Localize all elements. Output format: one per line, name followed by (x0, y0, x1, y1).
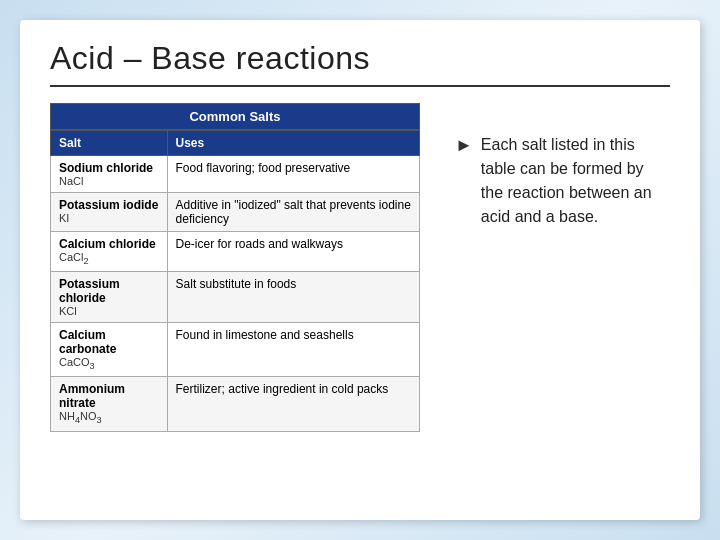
salt-formula: NaCl (59, 175, 159, 187)
bullet-icon: ► (455, 135, 473, 156)
salt-formula: NH4NO3 (59, 410, 159, 425)
salt-name: Ammonium nitrate (59, 382, 159, 410)
salt-name-cell: Potassium iodideKI (51, 193, 168, 232)
salt-formula: CaCO3 (59, 356, 159, 371)
salt-name-cell: Calcium carbonateCaCO3 (51, 323, 168, 377)
table-container: Common Salts Salt Uses Sodium chlorideNa… (50, 103, 420, 432)
salt-name: Potassium iodide (59, 198, 159, 212)
table-main-header: Common Salts (50, 103, 420, 130)
description-text: Each salt listed in this table can be fo… (481, 133, 655, 229)
table-row: Potassium chlorideKClSalt substitute in … (51, 272, 420, 323)
salt-name-cell: Ammonium nitrateNH4NO3 (51, 377, 168, 431)
salt-name: Potassium chloride (59, 277, 159, 305)
salt-table: Salt Uses Sodium chlorideNaClFood flavor… (50, 130, 420, 432)
col-header-salt: Salt (51, 131, 168, 156)
salt-name: Sodium chloride (59, 161, 159, 175)
salt-uses-cell: Found in limestone and seashells (167, 323, 419, 377)
salt-formula: KI (59, 212, 159, 224)
content-area: Common Salts Salt Uses Sodium chlorideNa… (50, 103, 670, 432)
salt-uses-cell: Food flavoring; food preservative (167, 156, 419, 193)
title-section: Acid – Base reactions (50, 40, 670, 87)
salt-uses-cell: Fertilizer; active ingredient in cold pa… (167, 377, 419, 431)
description-box: ► Each salt listed in this table can be … (440, 123, 670, 239)
slide-title: Acid – Base reactions (50, 40, 670, 77)
table-row: Calcium chlorideCaCl2De-icer for roads a… (51, 232, 420, 272)
col-header-uses: Uses (167, 131, 419, 156)
salt-name-cell: Potassium chlorideKCl (51, 272, 168, 323)
table-row: Potassium iodideKIAdditive in "iodized" … (51, 193, 420, 232)
table-row: Ammonium nitrateNH4NO3Fertilizer; active… (51, 377, 420, 431)
table-header-row: Salt Uses (51, 131, 420, 156)
table-row: Sodium chlorideNaClFood flavoring; food … (51, 156, 420, 193)
salt-name: Calcium carbonate (59, 328, 159, 356)
slide-container: Acid – Base reactions Common Salts Salt … (20, 20, 700, 520)
salt-uses-cell: Salt substitute in foods (167, 272, 419, 323)
salt-name-cell: Calcium chlorideCaCl2 (51, 232, 168, 272)
salt-name: Calcium chloride (59, 237, 159, 251)
salt-formula: KCl (59, 305, 159, 317)
salt-formula: CaCl2 (59, 251, 159, 266)
salt-uses-cell: De-icer for roads and walkways (167, 232, 419, 272)
salt-uses-cell: Additive in "iodized" salt that prevents… (167, 193, 419, 232)
salt-name-cell: Sodium chlorideNaCl (51, 156, 168, 193)
table-row: Calcium carbonateCaCO3Found in limestone… (51, 323, 420, 377)
